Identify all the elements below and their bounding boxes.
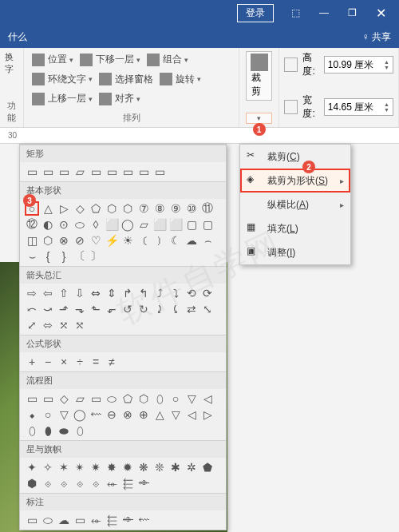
shape-item[interactable]: ⇄ bbox=[184, 302, 199, 316]
shape-item[interactable]: 〔 bbox=[73, 249, 87, 264]
shape-item[interactable]: ⬱ bbox=[105, 513, 119, 527]
shape-item[interactable]: ⬬ bbox=[57, 423, 71, 438]
shape-item[interactable]: } bbox=[57, 249, 71, 264]
shape-item[interactable]: ⑨ bbox=[168, 201, 183, 216]
shape-item[interactable]: ⬢ bbox=[25, 476, 39, 490]
shape-item[interactable]: ▭ bbox=[41, 391, 55, 406]
shape-item[interactable]: ⇩ bbox=[73, 286, 87, 300]
shape-item[interactable]: ◇ bbox=[73, 201, 87, 216]
shape-item[interactable]: ◊ bbox=[89, 217, 103, 232]
shape-item[interactable]: ⬠ bbox=[120, 391, 135, 406]
shape-item[interactable]: { bbox=[41, 249, 55, 264]
send-forward-button[interactable]: 上移一层▾ bbox=[29, 90, 96, 107]
shape-item[interactable]: ⊗ bbox=[120, 407, 135, 422]
shape-item[interactable]: ⑫ bbox=[25, 217, 39, 232]
minimize-button[interactable]: — bbox=[310, 2, 338, 23]
shape-item[interactable]: ⟐ bbox=[41, 476, 55, 490]
shape-item[interactable]: ⑧ bbox=[152, 201, 167, 216]
shape-item[interactable]: ⬄ bbox=[41, 318, 55, 332]
shape-item[interactable]: ⤲ bbox=[73, 318, 87, 332]
shape-item[interactable]: ☁ bbox=[57, 513, 71, 527]
shape-item[interactable]: ⌢ bbox=[200, 233, 215, 248]
shape-item[interactable]: ▭ bbox=[57, 165, 71, 179]
shape-item[interactable]: ♡ bbox=[89, 233, 103, 248]
tell-me-text[interactable]: 什么 bbox=[8, 30, 27, 44]
shape-item[interactable]: ☀ bbox=[120, 233, 135, 248]
shape-item[interactable]: ✦ bbox=[25, 460, 39, 474]
shape-item[interactable]: ⬜ bbox=[168, 217, 183, 232]
shape-item[interactable]: ⬰ bbox=[89, 513, 103, 527]
shape-item[interactable]: ⤻ bbox=[41, 302, 55, 316]
shape-item[interactable]: ⊘ bbox=[73, 233, 87, 248]
send-backward-button[interactable]: 下移一层▾ bbox=[77, 51, 144, 68]
shape-item[interactable]: ↰ bbox=[136, 286, 151, 300]
shape-item[interactable]: ⬲ bbox=[136, 476, 151, 490]
shape-item[interactable]: ⬯ bbox=[152, 391, 167, 406]
menu-fit[interactable]: ▣调整(I) bbox=[240, 240, 350, 264]
shape-item[interactable]: ⬭ bbox=[41, 513, 55, 527]
shape-item[interactable]: ⬠ bbox=[89, 201, 103, 216]
shape-item[interactable]: ⬎ bbox=[73, 302, 87, 316]
shape-item[interactable]: ☾ bbox=[168, 233, 183, 248]
position-button[interactable]: 位置▾ bbox=[29, 51, 77, 68]
shape-item[interactable]: ✴ bbox=[73, 460, 87, 474]
shape-item[interactable]: ○ bbox=[168, 391, 183, 406]
shape-item[interactable]: ▭ bbox=[152, 165, 167, 179]
shape-item[interactable]: ⟳ bbox=[200, 286, 215, 300]
shape-item[interactable]: ⬲ bbox=[120, 513, 135, 527]
shape-item[interactable]: − bbox=[41, 355, 55, 369]
shape-item[interactable]: ⬡ bbox=[136, 391, 151, 406]
shape-item[interactable]: ⇨ bbox=[25, 286, 39, 300]
wrap-text-button[interactable]: 环绕文字▾ bbox=[29, 71, 96, 88]
shape-item[interactable]: ≠ bbox=[105, 355, 119, 369]
menu-fill[interactable]: ▦填充(L) bbox=[240, 216, 350, 240]
shape-item[interactable]: ÷ bbox=[73, 355, 87, 369]
shape-item[interactable]: ⬮ bbox=[41, 423, 55, 438]
crop-button[interactable]: 裁剪 bbox=[246, 51, 272, 101]
shape-item[interactable]: ⟮ bbox=[136, 233, 151, 248]
menu-crop[interactable]: ✂裁剪(C) bbox=[240, 145, 350, 169]
shape-item[interactable]: ▢ bbox=[184, 217, 199, 232]
shape-item[interactable]: ↻ bbox=[136, 302, 151, 316]
shape-item[interactable]: ❊ bbox=[152, 460, 167, 474]
shape-item[interactable]: ⬜ bbox=[152, 217, 167, 232]
shape-item[interactable]: ⇕ bbox=[105, 286, 119, 300]
shape-item[interactable]: ⌣ bbox=[25, 249, 39, 264]
shape-item[interactable]: ⑩ bbox=[184, 201, 199, 216]
shape-item[interactable]: ▱ bbox=[136, 217, 151, 232]
shape-item[interactable]: ⊖ bbox=[105, 407, 119, 422]
shape-item[interactable]: ▽ bbox=[184, 391, 199, 406]
shape-item[interactable]: ▽ bbox=[168, 407, 183, 422]
shape-item[interactable]: ⊗ bbox=[57, 233, 71, 248]
share-button[interactable]: ♀ 共享 bbox=[362, 30, 391, 44]
shape-item[interactable]: ⬯ bbox=[73, 423, 87, 438]
shape-item[interactable]: ❋ bbox=[136, 460, 151, 474]
shape-item[interactable]: ◯ bbox=[73, 407, 87, 422]
shape-item[interactable]: ⬰ bbox=[105, 476, 119, 490]
shape-item[interactable]: ☁ bbox=[184, 233, 199, 248]
shape-item[interactable]: ✶ bbox=[57, 460, 71, 474]
shape-item[interactable]: ⤱ bbox=[57, 318, 71, 332]
shape-item[interactable]: ✧ bbox=[41, 460, 55, 474]
menu-aspect-ratio[interactable]: 纵横比(A)▸ bbox=[240, 193, 350, 216]
shape-item[interactable]: ⬑ bbox=[89, 302, 103, 316]
shape-item[interactable]: ⬭ bbox=[105, 391, 119, 406]
shape-item[interactable]: ⤢ bbox=[25, 318, 39, 332]
shape-item[interactable]: ◐ bbox=[41, 217, 55, 232]
shape-item[interactable]: ✲ bbox=[184, 460, 199, 474]
shape-item[interactable]: ⤹ bbox=[168, 302, 183, 316]
shape-item[interactable]: ⑦ bbox=[136, 201, 151, 216]
shape-item[interactable]: ⬜ bbox=[105, 217, 119, 232]
shape-item[interactable]: ⟲ bbox=[184, 286, 199, 300]
shape-item[interactable]: ⤺ bbox=[25, 302, 39, 316]
shape-item[interactable]: ◁ bbox=[184, 407, 199, 422]
shape-item[interactable]: ⬳ bbox=[89, 407, 103, 422]
shape-item[interactable]: ⟐ bbox=[89, 476, 103, 490]
shape-item[interactable]: ▱ bbox=[73, 165, 87, 179]
shape-item[interactable]: ▽ bbox=[57, 407, 71, 422]
shape-item[interactable]: ⬭ bbox=[73, 217, 87, 232]
shape-item[interactable]: ▷ bbox=[57, 201, 71, 216]
shape-item[interactable]: ⇦ bbox=[41, 286, 55, 300]
shape-item[interactable]: ⟐ bbox=[57, 476, 71, 490]
shape-item[interactable]: × bbox=[57, 355, 71, 369]
